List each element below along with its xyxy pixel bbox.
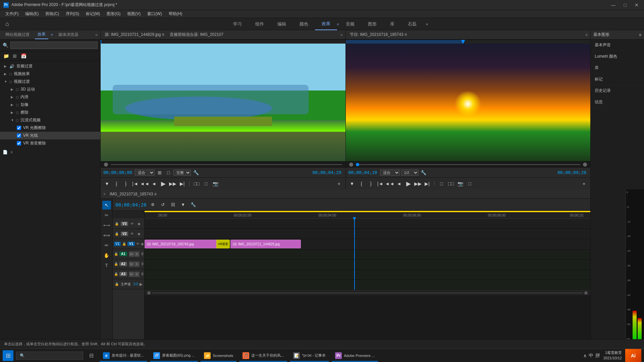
close-button[interactable]: ✕	[633, 2, 641, 8]
ai-logo[interactable]: Ai	[625, 349, 641, 362]
program-tab[interactable]: 节目: IMG_20210718_185743 ≡	[348, 31, 408, 38]
lock-icon[interactable]: 🔒	[114, 261, 118, 267]
prog-prev-icon[interactable]: {	[358, 180, 365, 187]
zoom-circle-left[interactable]	[147, 291, 151, 295]
prog-play-back-icon[interactable]: ◄	[395, 180, 403, 187]
source-scrub-track[interactable]	[111, 164, 342, 165]
source-settings-icon[interactable]: □	[165, 169, 172, 176]
menu-marker[interactable]: 标记(M)	[83, 10, 103, 17]
program-scrub-right[interactable]	[583, 163, 587, 167]
tab-effects[interactable]: 效果	[35, 30, 48, 39]
master-volume[interactable]: 0.0	[133, 282, 138, 286]
source-quality-select[interactable]: 完整 1/2 1/4	[173, 170, 191, 176]
track-name-a2[interactable]: A2	[119, 262, 127, 266]
lock-icon[interactable]: 🔒	[122, 241, 126, 247]
home-button[interactable]: ⌂	[5, 20, 9, 27]
vr-light-checkbox[interactable]	[17, 133, 21, 138]
source-insert-icon[interactable]: □□	[193, 180, 200, 187]
vr-gradient-checkbox[interactable]	[17, 141, 21, 145]
lock-icon[interactable]: 🔒	[114, 272, 118, 277]
mic-icon-a3[interactable]: 🎙	[141, 272, 145, 277]
tree-video-transitions[interactable]: ▼ □ 视频过渡	[0, 78, 100, 85]
track-name-v2[interactable]: V2	[121, 232, 128, 236]
source-zoom-select[interactable]: 适合 25% 50% 75% 100%	[135, 170, 155, 176]
calendar-icon[interactable]: 📅	[20, 53, 27, 59]
tab-website-transitions[interactable]: 网站视频过渡	[3, 31, 32, 39]
lock-icon[interactable]: 🔒	[114, 231, 119, 237]
grid-icon[interactable]: ⊞	[11, 53, 18, 59]
tab-library[interactable]: 库	[383, 18, 401, 30]
program-timecode[interactable]: 00;00;04;28	[348, 170, 379, 175]
tree-audio-transitions[interactable]: ▶ 🔊 音频过渡	[0, 62, 100, 70]
timeline-tab[interactable]: IMG_20210718_185743 ≡	[110, 192, 157, 196]
right-item-history[interactable]: 历史记录	[591, 85, 644, 97]
tree-video-effects[interactable]: ▶ □ 视频效果	[0, 70, 100, 78]
transition-vr[interactable]: VR渐变	[216, 240, 230, 248]
bottom-icon-1[interactable]: 📄	[3, 150, 8, 155]
taskbar-app-premiere[interactable]: Pr Adobe Premiere ...	[332, 350, 378, 362]
source-more-icon[interactable]: »	[340, 33, 343, 37]
audio-mixer-tab[interactable]: 音频剪辑混合器: IMG_202107	[168, 31, 225, 38]
program-scrub-left[interactable]	[349, 163, 353, 167]
right-item-info[interactable]: 信息	[591, 97, 644, 108]
source-play-fwd-icon[interactable]: ▶▶	[169, 180, 176, 187]
prog-next-icon[interactable]: }	[367, 180, 375, 187]
nav-more[interactable]: »	[426, 22, 428, 26]
source-goto-out-icon[interactable]: ▶|	[178, 180, 186, 187]
menu-help[interactable]: 帮助(H)	[166, 10, 185, 17]
tray-expand-icon[interactable]: ∧	[583, 353, 587, 358]
program-zoom-select[interactable]: 适合 25% 50% 100%	[380, 170, 400, 176]
prog-goto-in-icon[interactable]: |◄	[377, 180, 384, 187]
item-vr-iris[interactable]: VR 光圈擦除	[0, 124, 100, 132]
search-input[interactable]	[10, 42, 98, 49]
tab-learn[interactable]: 学习	[226, 18, 249, 30]
source-play-back-icon[interactable]: ◄	[150, 180, 158, 187]
zoom-track[interactable]	[152, 293, 583, 293]
solo-btn-a2[interactable]: S	[135, 262, 139, 266]
mic-icon-a2[interactable]: 🎙	[141, 262, 145, 266]
taskbar-app-music[interactable]: 🎵 这一生关于你的风...	[239, 350, 287, 362]
tool-text[interactable]: T	[102, 261, 111, 270]
tab-shilei[interactable]: 石磊	[401, 18, 423, 30]
task-view-button[interactable]: ⊟	[86, 350, 97, 362]
tab-edit[interactable]: 编辑	[271, 18, 293, 30]
tree-wipe[interactable]: ▶ □ 划像	[0, 101, 100, 109]
source-goto-in-icon[interactable]: |◄	[131, 180, 139, 187]
program-scrub-track[interactable]	[356, 164, 581, 165]
source-add-icon[interactable]: +	[335, 180, 343, 187]
right-item-library[interactable]: 库	[591, 62, 644, 74]
source-overwrite-icon[interactable]: □	[202, 180, 210, 187]
keyboard-icon[interactable]: 拼	[595, 353, 600, 359]
eye-icon[interactable]: 👁	[129, 231, 135, 237]
tree-immersive[interactable]: ▼ □ 沉浸式视频	[0, 116, 100, 124]
prog-play-fwd-icon[interactable]: ▶▶	[414, 180, 422, 187]
tool-hand[interactable]: ✋	[102, 251, 111, 260]
right-panel-menu-icon[interactable]: ≡	[639, 33, 641, 37]
prog-extract-icon[interactable]: □□	[447, 180, 455, 187]
zoom-circle-right[interactable]	[584, 291, 588, 295]
prog-step-back-icon[interactable]: ◄◄	[386, 180, 393, 187]
item-vr-light[interactable]: VR 光线	[0, 132, 100, 139]
menu-window[interactable]: 窗口(W)	[145, 10, 164, 17]
taskbar-app-folder[interactable]: 📁 Screenshots	[201, 350, 236, 362]
mute-btn-a3[interactable]: M	[129, 272, 134, 277]
eye-icon[interactable]: 👁	[136, 241, 140, 247]
source-mark-in-icon[interactable]: ▼	[103, 180, 111, 187]
lock-icon[interactable]: 🔒	[114, 221, 119, 227]
prog-btn-icon[interactable]: □	[466, 180, 474, 187]
timeline-close-btn[interactable]: ×	[103, 192, 106, 196]
taskbar-clock[interactable]: 1霉需教育 2021/10/12	[603, 350, 622, 361]
tab-color[interactable]: 颜色	[293, 18, 315, 30]
lock-icon[interactable]: 🔒	[114, 282, 119, 287]
right-item-lumetri[interactable]: Lumetri 颜色	[591, 51, 644, 62]
panel-more-icon[interactable]: »	[95, 33, 98, 37]
track-name-a1[interactable]: A1	[119, 252, 127, 256]
lock-icon[interactable]: 🔒	[114, 251, 118, 257]
tl-snap-icon[interactable]: ✲	[149, 201, 157, 208]
menu-clip[interactable]: 剪辑(C)	[43, 10, 62, 17]
tab-media-browser[interactable]: 媒体浏览器	[56, 31, 81, 39]
tab-effects[interactable]: 效果	[315, 18, 337, 30]
mute-btn-a2[interactable]: M	[129, 262, 134, 266]
track-name-v1[interactable]: V1	[127, 242, 135, 246]
master-expand-icon[interactable]: ▶	[140, 282, 143, 287]
